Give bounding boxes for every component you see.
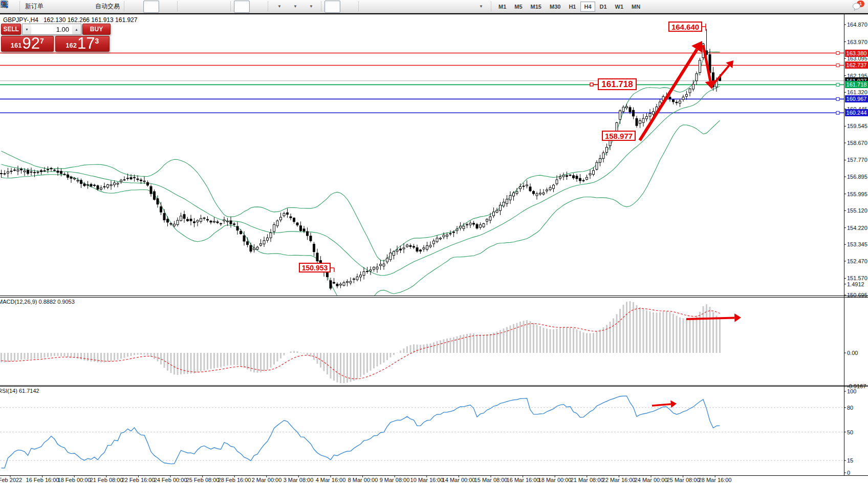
buy-price-display[interactable]: 162 17 3	[55, 36, 110, 52]
sell-button[interactable]: SELL	[1, 24, 21, 35]
signals-button[interactable]	[77, 1, 93, 13]
rsi-axis-label: 15	[847, 457, 853, 464]
new-order-button[interactable]: 新订单	[23, 1, 46, 13]
auto-scroll-button[interactable]	[234, 1, 250, 13]
candle-chart-mode-button[interactable]	[143, 1, 159, 13]
date-label[interactable]: 16 Feb 16:00	[26, 477, 59, 483]
mt4-terminal: 新订单自动交易▼▼▼EFAT▼M1M5M15M30H1H4D1W1MN1 GBP…	[0, 0, 868, 483]
price-tick-label: 154.220	[847, 225, 867, 231]
timeframe-m1-button[interactable]: M1	[495, 2, 510, 12]
price-tick-label: 155.995	[847, 191, 867, 197]
chart-shift-button[interactable]	[250, 1, 266, 13]
channel-tool-button[interactable]: E	[409, 1, 425, 13]
timeframe-m5-button[interactable]: M5	[511, 2, 526, 12]
macd-axis-label: 1.4912	[847, 281, 864, 287]
market-alert-button[interactable]	[46, 1, 61, 13]
timeframe-w1-button[interactable]: W1	[612, 2, 627, 12]
cursor-button[interactable]	[324, 1, 340, 13]
indicators-button[interactable]: ▼	[271, 1, 287, 13]
annotation-connectors	[331, 24, 706, 272]
date-label[interactable]: 22 Feb 16:00	[122, 477, 155, 483]
price-tick-label: 150.695	[847, 292, 867, 298]
date-label[interactable]: 28 Feb 16:00	[218, 477, 251, 483]
toolbar-separator	[177, 2, 179, 11]
date-label[interactable]: 18 Mar 00:00	[538, 477, 572, 483]
price-annotation-158.977[interactable]: 158.977	[602, 131, 636, 141]
date-label[interactable]: 4 Mar 16:00	[316, 477, 346, 483]
trendline-tool-button[interactable]	[394, 1, 409, 13]
date-label[interactable]: 18 Feb 00:00	[58, 477, 91, 483]
dropdown-caret-icon: ▼	[293, 4, 297, 9]
horizontal-line-tool-button[interactable]	[378, 1, 394, 13]
toolbar-separator	[358, 2, 360, 11]
price-badge-160.967: 160.967	[845, 95, 868, 102]
toolbar-separator	[19, 2, 21, 11]
buy-price-pips: 17	[77, 36, 95, 51]
tile-windows-button[interactable]	[212, 1, 228, 13]
crosshair-button[interactable]	[340, 1, 356, 13]
buy-button[interactable]: BUY	[82, 24, 111, 35]
timeframe-m30-button[interactable]: M30	[546, 2, 564, 12]
chart-border	[0, 13, 868, 14]
timeframe-h4-button[interactable]: H4	[580, 2, 595, 12]
zoom-out-button[interactable]	[197, 1, 212, 13]
timeframe-mn-button[interactable]: MN	[628, 2, 644, 12]
price-badge-163.380: 163.380	[845, 50, 868, 57]
periods-button[interactable]: ▼	[287, 1, 303, 13]
volume-input[interactable]	[31, 24, 72, 34]
notifications-button[interactable]: 1	[852, 2, 862, 11]
date-label[interactable]: 3 Mar 08:00	[284, 477, 314, 483]
auto-trading-button[interactable]: 自动交易	[93, 1, 122, 13]
date-label[interactable]: 22 Mar 16:00	[602, 477, 636, 483]
date-label[interactable]: Feb 2022	[0, 477, 22, 483]
timeframe-m15-button[interactable]: M15	[527, 2, 545, 12]
zoom-in-button[interactable]	[181, 1, 197, 13]
date-label[interactable]: 25 Mar 08:00	[667, 477, 700, 483]
rsi-axis-label: 0	[847, 470, 850, 476]
date-label[interactable]: 8 Mar 00:00	[348, 477, 378, 483]
price-annotation-150.953[interactable]: 150.953	[299, 263, 331, 272]
sell-price-display[interactable]: 161 92 7	[1, 36, 54, 52]
auto-trading-label: 自动交易	[95, 2, 120, 11]
price-tick-label: 152.470	[847, 258, 867, 264]
arrows-tool-button[interactable]: ▼	[473, 1, 489, 13]
volume-decrease-button[interactable]: ▼	[23, 24, 31, 34]
date-label[interactable]: 15 Mar 08:00	[474, 477, 508, 483]
toolbar: 新订单自动交易▼▼▼EFAT▼M1M5M15M30H1H4D1W1MN1	[0, 0, 868, 13]
community-button[interactable]	[61, 1, 77, 13]
line-chart-mode-button[interactable]	[159, 1, 175, 13]
date-label[interactable]: 10 Mar 16:00	[410, 477, 444, 483]
bollinger-bands	[2, 52, 720, 309]
timeframe-h1-button[interactable]: H1	[565, 2, 579, 12]
label-tool-button[interactable]: T	[457, 1, 473, 13]
volume-increase-button[interactable]: ▲	[72, 24, 81, 34]
date-label[interactable]: 9 Mar 08:00	[380, 477, 410, 483]
search-button[interactable]	[832, 1, 848, 13]
axis-ticks	[10, 25, 846, 477]
rsi-axis-label: 50	[847, 429, 853, 435]
macd-axis-label: 0.00	[847, 350, 858, 356]
text-tool-button[interactable]: A	[441, 1, 457, 13]
date-label[interactable]: 25 Feb 08:00	[186, 477, 220, 483]
bar-chart-mode-button[interactable]	[127, 1, 143, 13]
level-line-handle	[836, 64, 839, 67]
timeframe-d1-button[interactable]: D1	[596, 2, 611, 12]
date-label[interactable]: 24 Mar 00:00	[635, 477, 668, 483]
price-annotation-164.640[interactable]: 164.640	[668, 22, 702, 32]
volume-stepper: ▼ ▲	[22, 24, 81, 35]
templates-button[interactable]: ▼	[303, 1, 319, 13]
price-tick-label: 158.670	[847, 140, 867, 146]
date-label[interactable]: 28 Mar 16:00	[699, 477, 732, 483]
date-label[interactable]: 14 Mar 00:00	[442, 477, 475, 483]
price-chart[interactable]	[0, 0, 868, 483]
vertical-line-tool-button[interactable]	[362, 1, 378, 13]
date-label[interactable]: 2 Mar 00:00	[252, 477, 282, 483]
date-label[interactable]: 24 Feb 00:00	[154, 477, 187, 483]
date-label[interactable]: 16 Mar 16:00	[507, 477, 540, 483]
price-annotation-161.718[interactable]: 161.718	[598, 78, 637, 90]
dropdown-caret-icon: ▼	[479, 4, 483, 9]
date-label[interactable]: 21 Mar 08:00	[571, 477, 604, 483]
search-icon	[0, 0, 9, 9]
fibonacci-tool-button[interactable]: F	[425, 1, 441, 13]
date-label[interactable]: 21 Feb 08:00	[90, 477, 123, 483]
